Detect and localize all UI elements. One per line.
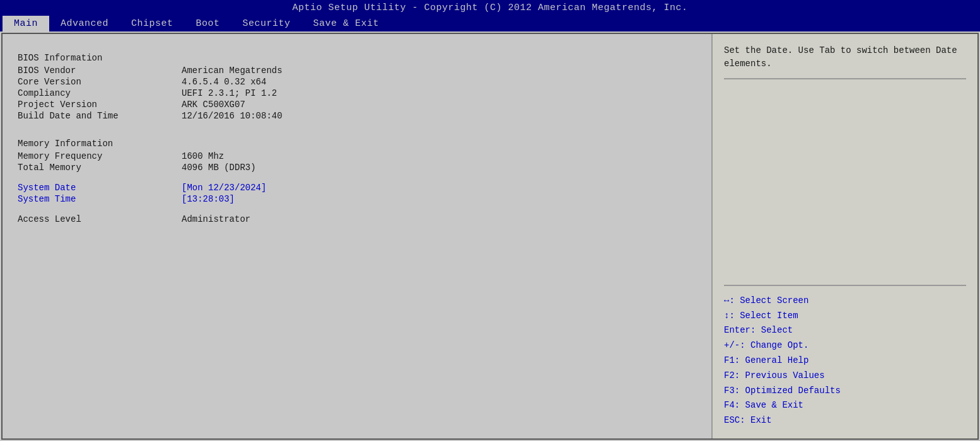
help-text: Set the Date. Use Tab to switch between … [724, 44, 966, 79]
project-version-label: Project Version [18, 100, 182, 110]
compliancy-value: UEFI 2.3.1; PI 1.2 [182, 88, 277, 98]
key-select-screen: ↔: Select Screen [724, 294, 966, 309]
title-bar: Aptio Setup Utility - Copyright (C) 2012… [0, 0, 980, 16]
tab-boot[interactable]: Boot [185, 16, 231, 32]
compliancy-label: Compliancy [18, 88, 182, 98]
left-panel: BIOS Information BIOS Vendor American Me… [3, 34, 713, 438]
nav-tabs: Main Advanced Chipset Boot Security Save… [0, 16, 980, 32]
access-level-label: Access Level [18, 214, 182, 224]
key-f1-help: F1: General Help [724, 353, 966, 369]
content-area: BIOS Information BIOS Vendor American Me… [1, 33, 979, 440]
key-f2-previous: F2: Previous Values [724, 369, 966, 384]
total-memory-value: 4096 MB (DDR3) [182, 163, 256, 173]
tab-main[interactable]: Main [3, 16, 49, 32]
compliancy-row: Compliancy UEFI 2.3.1; PI 1.2 [18, 88, 696, 98]
key-change-symbol: +/-: Change Opt. [724, 340, 808, 350]
memory-frequency-label: Memory Frequency [18, 151, 182, 161]
key-f3-symbol: F3: Optimized Defaults [724, 386, 841, 396]
key-select-screen-symbol: ↔: Select Screen [724, 295, 808, 306]
tab-chipset[interactable]: Chipset [120, 16, 185, 32]
right-panel: Set the Date. Use Tab to switch between … [713, 34, 977, 438]
key-change-opt: +/-: Change Opt. [724, 338, 966, 353]
memory-frequency-row: Memory Frequency 1600 Mhz [18, 151, 696, 161]
key-f4-save: F4: Save & Exit [724, 398, 966, 413]
bios-vendor-label: BIOS Vendor [18, 66, 182, 76]
core-version-label: Core Version [18, 77, 182, 87]
access-level-row: Access Level Administrator [18, 214, 696, 224]
tab-advanced[interactable]: Advanced [49, 16, 120, 32]
key-help: ↔: Select Screen ↕: Select Item Enter: S… [724, 285, 966, 428]
bios-screen: Aptio Setup Utility - Copyright (C) 2012… [0, 0, 980, 441]
project-version-row: Project Version ARK C500XG07 [18, 100, 696, 110]
build-date-label: Build Date and Time [18, 111, 182, 121]
total-memory-label: Total Memory [18, 163, 182, 173]
core-version-value: 4.6.5.4 0.32 x64 [182, 77, 266, 87]
system-date-label: System Date [18, 183, 182, 193]
tab-save-exit[interactable]: Save & Exit [302, 16, 391, 32]
key-esc-exit: ESC: Exit [724, 413, 966, 428]
system-time-row[interactable]: System Time [13:28:03] [18, 194, 696, 204]
title-text: Aptio Setup Utility - Copyright (C) 2012… [292, 3, 687, 13]
key-enter-symbol: Enter: Select [724, 325, 793, 335]
system-date-row[interactable]: System Date [Mon 12/23/2024] [18, 183, 696, 193]
total-memory-row: Total Memory 4096 MB (DDR3) [18, 163, 696, 173]
key-select-item-symbol: ↕: Select Item [724, 311, 798, 321]
build-date-value: 12/16/2016 10:08:40 [182, 111, 283, 121]
key-f4-symbol: F4: Save & Exit [724, 400, 803, 410]
bios-vendor-row: BIOS Vendor American Megatrends [18, 66, 696, 76]
key-select-item: ↕: Select Item [724, 309, 966, 324]
bios-info-header: BIOS Information [18, 53, 696, 63]
bios-vendor-value: American Megatrends [182, 66, 283, 76]
build-date-row: Build Date and Time 12/16/2016 10:08:40 [18, 111, 696, 121]
project-version-value: ARK C500XG07 [182, 100, 245, 110]
key-esc-symbol: ESC: Exit [724, 415, 772, 425]
tab-security[interactable]: Security [231, 16, 302, 32]
system-date-value[interactable]: [Mon 12/23/2024] [182, 183, 266, 193]
key-enter-select: Enter: Select [724, 323, 966, 338]
key-f2-symbol: F2: Previous Values [724, 370, 825, 381]
key-f1-symbol: F1: General Help [724, 355, 808, 365]
system-time-value[interactable]: [13:28:03] [182, 194, 235, 204]
key-f3-defaults: F3: Optimized Defaults [724, 384, 966, 399]
memory-info-header: Memory Information [18, 139, 696, 149]
system-time-label: System Time [18, 194, 182, 204]
memory-frequency-value: 1600 Mhz [182, 151, 224, 161]
access-level-value: Administrator [182, 214, 250, 224]
core-version-row: Core Version 4.6.5.4 0.32 x64 [18, 77, 696, 87]
